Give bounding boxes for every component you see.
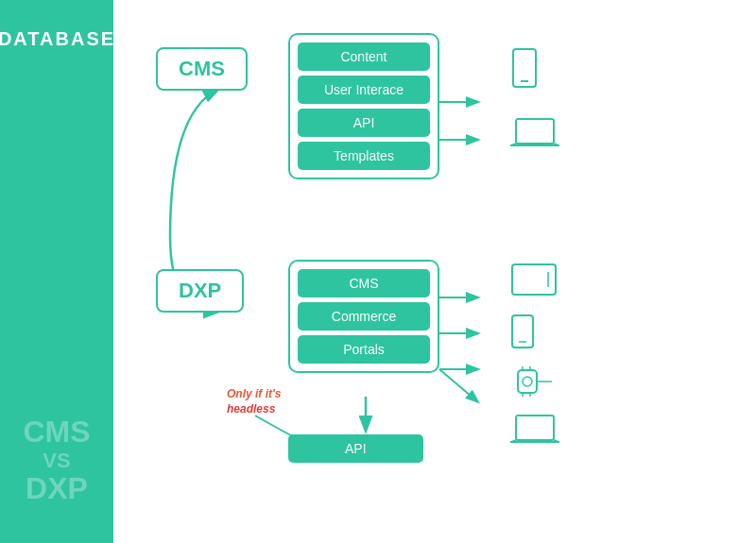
dxp-api-label: API: [345, 441, 367, 456]
dxp-stack: CMS Commerce Portals: [288, 260, 439, 373]
only-if-text: Only if it's: [227, 387, 282, 400]
arrows-svg: [142, 19, 756, 510]
sidebar: DATABASE CMS VS DXP: [0, 0, 113, 543]
dxp-title: DXP: [179, 279, 221, 302]
dxp-portals-item: Portals: [298, 335, 430, 364]
laptop-icon-dxp: [510, 414, 559, 448]
headless-word: headless: [227, 402, 275, 416]
cms-vs-dxp-block: CMS VS DXP: [23, 416, 90, 505]
cms-label-box: CMS: [156, 47, 266, 91]
svg-line-8: [439, 369, 477, 401]
cms-title: CMS: [179, 57, 225, 80]
svg-rect-21: [512, 315, 533, 348]
cms-api-item: API: [298, 109, 430, 137]
mobile-icon-dxp: [510, 314, 535, 349]
dxp-devices: [510, 263, 559, 448]
mobile-icon-cms: [510, 47, 539, 89]
svg-rect-30: [516, 416, 554, 440]
dxp-sidebar-label: DXP: [23, 472, 90, 505]
vs-label: VS: [23, 450, 90, 472]
dxp-cms-item: CMS: [298, 269, 430, 297]
main-diagram: CMS Content User Interace API Templates: [113, 0, 756, 543]
cms-templates-item: Templates: [298, 142, 430, 170]
cms-sidebar-label: CMS: [23, 416, 90, 449]
dxp-label-box: DXP: [156, 269, 263, 313]
svg-point-28: [523, 377, 532, 386]
diagram-container: CMS Content User Interace API Templates: [142, 19, 756, 510]
dxp-api-box: API: [288, 434, 423, 463]
cms-stack: Content User Interace API Templates: [288, 33, 439, 179]
smartwatch-icon-dxp: [510, 366, 552, 397]
database-label: DATABASE: [0, 28, 115, 50]
cms-userinterace-item: User Interace: [298, 76, 430, 104]
svg-rect-15: [516, 119, 554, 144]
dxp-commerce-item: Commerce: [298, 302, 430, 331]
cms-devices: [510, 47, 559, 151]
svg-rect-23: [518, 370, 537, 393]
tablet-icon-dxp: [510, 263, 558, 297]
laptop-icon-cms: [510, 117, 559, 151]
only-if-headless-note: Only if it's headless: [227, 387, 282, 416]
svg-rect-19: [512, 264, 556, 295]
cms-content-item: Content: [298, 42, 430, 71]
